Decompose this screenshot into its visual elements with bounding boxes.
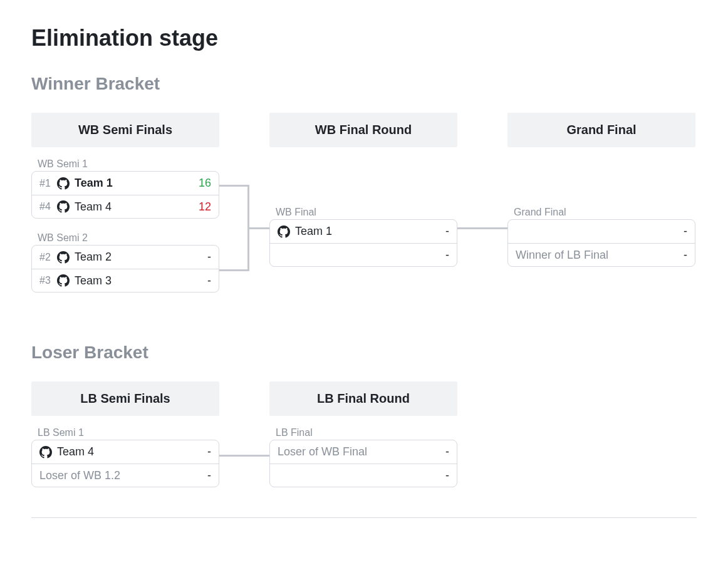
score: - <box>196 251 211 264</box>
score: - <box>672 225 687 238</box>
score: 16 <box>196 177 211 190</box>
score: - <box>434 469 449 482</box>
team-name: Team 1 <box>295 225 434 238</box>
score: - <box>672 249 687 262</box>
round-header: LB Final Round <box>269 381 457 416</box>
match-row: - <box>508 220 695 243</box>
team-name: Winner of LB Final <box>516 249 672 262</box>
team-name: Loser of WB 1.2 <box>39 469 196 482</box>
github-icon <box>57 200 70 213</box>
score: - <box>434 445 449 458</box>
github-icon <box>278 225 290 238</box>
score: - <box>434 225 449 238</box>
match-row: Loser of WB Final - <box>270 440 457 463</box>
team-name: Team 2 <box>75 251 196 264</box>
team-name: Team 3 <box>75 274 196 287</box>
match-row: Loser of WB 1.2 - <box>32 463 219 487</box>
team-name: Team 4 <box>57 445 196 458</box>
score: - <box>196 274 211 287</box>
connector <box>219 269 247 271</box>
match-title: WB Semi 2 <box>31 232 219 245</box>
match-title: LB Final <box>269 427 457 440</box>
winner-bracket-heading: Winner Bracket <box>31 74 697 94</box>
match-row: Winner of LB Final - <box>508 243 695 266</box>
page-title: Elimination stage <box>31 25 697 51</box>
match-title: WB Semi 1 <box>31 158 219 171</box>
score: - <box>434 249 449 262</box>
github-icon <box>57 251 70 264</box>
match-row: Team 4 - <box>32 440 219 463</box>
match-title: LB Semi 1 <box>31 427 219 440</box>
match-lb-final[interactable]: LB Final Loser of WB Final - - <box>269 427 457 487</box>
match-row: #4 Team 4 12 <box>32 195 219 218</box>
connector <box>219 185 247 187</box>
match-lb-semi-1[interactable]: LB Semi 1 Team 4 - Loser of WB 1.2 - <box>31 427 219 487</box>
loser-bracket-heading: Loser Bracket <box>31 343 697 363</box>
match-row: - <box>270 243 457 266</box>
match-row: #3 Team 3 - <box>32 269 219 292</box>
match-title: WB Final <box>269 207 457 219</box>
team-name: Team 4 <box>75 200 196 214</box>
loser-bracket: Loser Bracket LB Semi Finals LB Semi 1 T… <box>31 343 697 487</box>
match-row: #2 Team 2 - <box>32 246 219 269</box>
winner-bracket: Winner Bracket WB Semi Finals WB Semi 1 … <box>31 74 697 315</box>
round-header: Grand Final <box>507 113 695 147</box>
connector <box>219 455 269 457</box>
score: - <box>196 469 211 482</box>
score: - <box>196 445 211 458</box>
round-header: LB Semi Finals <box>31 381 219 416</box>
match-wb-final[interactable]: WB Final Team 1 - - <box>269 207 457 267</box>
github-icon <box>39 446 52 458</box>
round-header: WB Final Round <box>269 113 457 147</box>
match-row: #1 Team 1 16 <box>32 172 219 195</box>
match-row: - <box>270 463 457 487</box>
seed: #2 <box>39 252 57 263</box>
round-header: WB Semi Finals <box>31 113 219 147</box>
match-row: Team 1 - <box>270 220 457 243</box>
divider <box>31 517 697 518</box>
match-grand-final[interactable]: Grand Final - Winner of LB Final - <box>507 207 695 267</box>
score: 12 <box>196 200 211 214</box>
team-name: Loser of WB Final <box>278 445 434 458</box>
team-name: Team 1 <box>75 177 196 190</box>
match-wb-semi-1[interactable]: WB Semi 1 #1 Team 1 16 #4 Team 4 12 <box>31 158 219 219</box>
github-icon <box>57 274 70 287</box>
seed: #4 <box>39 201 57 212</box>
connector <box>247 227 269 229</box>
github-icon <box>57 177 70 190</box>
seed: #3 <box>39 275 57 286</box>
match-wb-semi-2[interactable]: WB Semi 2 #2 Team 2 - #3 Team 3 - <box>31 232 219 293</box>
connector <box>457 227 507 229</box>
match-title: Grand Final <box>507 207 695 219</box>
seed: #1 <box>39 178 57 189</box>
